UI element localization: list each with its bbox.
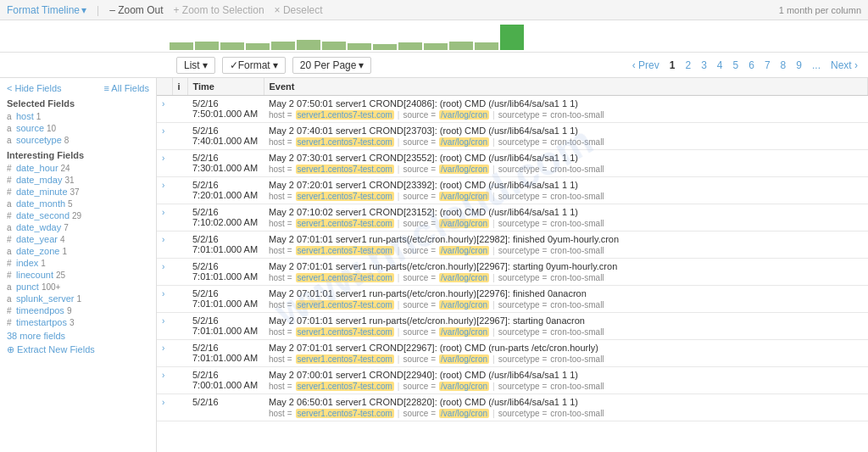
page-2-button[interactable]: 2 xyxy=(682,58,694,73)
field-name[interactable]: source xyxy=(16,123,44,133)
host-value[interactable]: server1.centos7-test.com xyxy=(296,110,394,120)
all-fields-link[interactable]: ≡ All Fields xyxy=(104,83,150,93)
interesting-field-date_wday[interactable]: a date_wday 7 xyxy=(7,222,149,232)
expand-button[interactable]: › xyxy=(162,208,164,217)
expand-cell[interactable]: › xyxy=(157,259,172,286)
source-value[interactable]: /var/log/cron xyxy=(439,192,489,201)
field-name[interactable]: date_second xyxy=(16,210,70,220)
host-value[interactable]: server1.centos7-test.com xyxy=(296,246,394,255)
field-name[interactable]: date_year xyxy=(16,234,58,244)
field-name[interactable]: punct xyxy=(16,282,39,292)
host-value[interactable]: server1.centos7-test.com xyxy=(296,300,394,310)
selected-field-source[interactable]: a source 10 xyxy=(7,123,149,133)
expand-button[interactable]: › xyxy=(162,153,164,163)
interesting-field-timeendpos[interactable]: # timeendpos 9 xyxy=(7,305,149,315)
selected-field-sourcetype[interactable]: a sourcetype 8 xyxy=(7,135,149,145)
page-8-button[interactable]: 8 xyxy=(777,58,790,73)
interesting-field-timestartpos[interactable]: # timestartpos 3 xyxy=(7,317,149,327)
expand-cell[interactable]: › xyxy=(157,204,172,232)
field-name[interactable]: linecount xyxy=(16,270,53,280)
next-button[interactable]: Next › xyxy=(827,58,861,73)
host-value[interactable]: server1.centos7-test.com xyxy=(296,382,394,391)
host-value[interactable]: server1.centos7-test.com xyxy=(296,327,394,337)
expand-cell[interactable]: › xyxy=(157,150,172,177)
interesting-field-date_mday[interactable]: # date_mday 31 xyxy=(7,175,149,185)
expand-cell[interactable]: › xyxy=(157,286,172,313)
host-value[interactable]: server1.centos7-test.com xyxy=(296,192,394,201)
more-fields-link[interactable]: 38 more fields xyxy=(7,331,149,341)
selected-field-host[interactable]: a host 1 xyxy=(7,111,149,121)
page-1-button[interactable]: 1 xyxy=(666,58,679,73)
deselect-button[interactable]: × Deselect xyxy=(275,4,323,16)
expand-button[interactable]: › xyxy=(162,289,164,299)
source-value[interactable]: /var/log/cron xyxy=(439,327,489,337)
per-page-button[interactable]: 20 Per Page ▾ xyxy=(292,57,372,74)
field-name[interactable]: date_mday xyxy=(16,175,62,185)
extract-fields-button[interactable]: ⊕ Extract New Fields xyxy=(7,344,149,355)
interesting-field-date_hour[interactable]: # date_hour 24 xyxy=(7,163,149,173)
interesting-field-date_zone[interactable]: a date_zone 1 xyxy=(7,246,149,256)
prev-button[interactable]: ‹ Prev xyxy=(629,58,663,73)
source-value[interactable]: /var/log/cron xyxy=(439,137,489,147)
page-3-button[interactable]: 3 xyxy=(698,58,710,73)
source-value[interactable]: /var/log/cron xyxy=(439,300,489,310)
timeline-chart[interactable] xyxy=(170,25,861,50)
host-value[interactable]: server1.centos7-test.com xyxy=(296,409,394,418)
interesting-field-punct[interactable]: a punct 100+ xyxy=(7,282,149,292)
expand-button[interactable]: › xyxy=(162,99,164,109)
host-value[interactable]: server1.centos7-test.com xyxy=(296,165,394,174)
interesting-field-splunk_server[interactable]: a splunk_server 1 xyxy=(7,293,149,304)
interesting-field-index[interactable]: # index 1 xyxy=(7,258,149,268)
host-value[interactable]: server1.centos7-test.com xyxy=(296,273,394,282)
source-value[interactable]: /var/log/cron xyxy=(439,110,489,120)
expand-cell[interactable]: › xyxy=(157,367,172,394)
format-button[interactable]: ✓Format ▾ xyxy=(222,57,286,74)
expand-cell[interactable]: › xyxy=(157,313,172,340)
source-value[interactable]: /var/log/cron xyxy=(439,382,489,391)
source-value[interactable]: /var/log/cron xyxy=(439,246,489,255)
field-name[interactable]: sourcetype xyxy=(16,135,62,145)
page-9-button[interactable]: 9 xyxy=(793,58,805,73)
hide-fields-link[interactable]: < Hide Fields xyxy=(7,83,62,93)
source-value[interactable]: /var/log/cron xyxy=(439,273,489,282)
host-value[interactable]: server1.centos7-test.com xyxy=(296,137,394,147)
interesting-field-date_minute[interactable]: # date_minute 37 xyxy=(7,187,149,197)
field-name[interactable]: splunk_server xyxy=(16,293,74,304)
field-name[interactable]: timestartpos xyxy=(16,317,67,327)
source-value[interactable]: /var/log/cron xyxy=(439,354,489,364)
source-value[interactable]: /var/log/cron xyxy=(439,409,489,418)
source-value[interactable]: /var/log/cron xyxy=(439,219,489,228)
expand-cell[interactable]: › xyxy=(157,394,172,421)
expand-button[interactable]: › xyxy=(162,371,164,380)
page-6-button[interactable]: 6 xyxy=(745,58,758,73)
interesting-field-date_month[interactable]: a date_month 5 xyxy=(7,198,149,209)
expand-button[interactable]: › xyxy=(162,126,164,136)
expand-button[interactable]: › xyxy=(162,316,164,326)
expand-button[interactable]: › xyxy=(162,343,164,353)
field-name[interactable]: date_wday xyxy=(16,222,61,232)
field-name[interactable]: date_month xyxy=(16,198,65,209)
expand-cell[interactable]: › xyxy=(157,123,172,150)
source-value[interactable]: /var/log/cron xyxy=(439,165,489,174)
expand-button[interactable]: › xyxy=(162,262,164,271)
expand-cell[interactable]: › xyxy=(157,177,172,204)
page-5-button[interactable]: 5 xyxy=(730,58,743,73)
expand-button[interactable]: › xyxy=(162,398,164,407)
expand-cell[interactable]: › xyxy=(157,340,172,367)
interesting-field-date_year[interactable]: # date_year 4 xyxy=(7,234,149,244)
expand-cell[interactable]: › xyxy=(157,96,172,123)
interesting-field-date_second[interactable]: # date_second 29 xyxy=(7,210,149,220)
host-value[interactable]: server1.centos7-test.com xyxy=(296,219,394,228)
interesting-field-linecount[interactable]: # linecount 25 xyxy=(7,270,149,280)
field-name[interactable]: date_minute xyxy=(16,187,68,197)
zoom-out-button[interactable]: – Zoom Out xyxy=(109,4,163,16)
field-name[interactable]: timeendpos xyxy=(16,305,64,315)
expand-button[interactable]: › xyxy=(162,235,164,244)
field-name[interactable]: date_zone xyxy=(16,246,59,256)
format-timeline-button[interactable]: Format Timeline ▾ xyxy=(7,4,86,16)
expand-button[interactable]: › xyxy=(162,181,164,190)
field-name[interactable]: index xyxy=(16,258,38,268)
expand-cell[interactable]: › xyxy=(157,232,172,259)
zoom-selection-button[interactable]: + Zoom to Selection xyxy=(174,4,264,16)
host-value[interactable]: server1.centos7-test.com xyxy=(296,354,394,364)
